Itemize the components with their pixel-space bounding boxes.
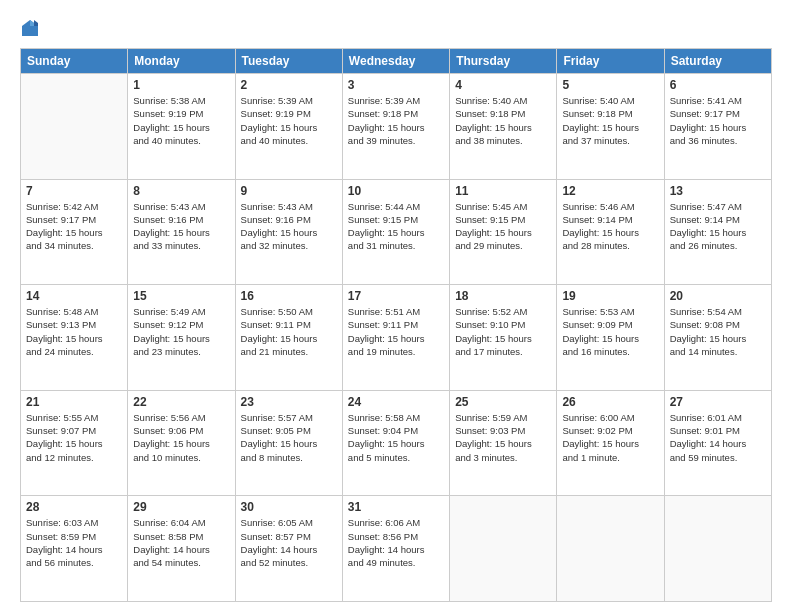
logo — [20, 18, 44, 38]
day-number: 17 — [348, 289, 444, 303]
day-info: Sunrise: 6:03 AM Sunset: 8:59 PM Dayligh… — [26, 516, 122, 569]
day-info: Sunrise: 5:48 AM Sunset: 9:13 PM Dayligh… — [26, 305, 122, 358]
day-info: Sunrise: 5:43 AM Sunset: 9:16 PM Dayligh… — [241, 200, 337, 253]
day-info: Sunrise: 6:05 AM Sunset: 8:57 PM Dayligh… — [241, 516, 337, 569]
day-number: 16 — [241, 289, 337, 303]
day-number: 26 — [562, 395, 658, 409]
calendar-cell: 6Sunrise: 5:41 AM Sunset: 9:17 PM Daylig… — [664, 74, 771, 180]
day-info: Sunrise: 5:41 AM Sunset: 9:17 PM Dayligh… — [670, 94, 766, 147]
calendar-cell: 21Sunrise: 5:55 AM Sunset: 9:07 PM Dayli… — [21, 390, 128, 496]
calendar-cell: 26Sunrise: 6:00 AM Sunset: 9:02 PM Dayli… — [557, 390, 664, 496]
calendar-cell: 16Sunrise: 5:50 AM Sunset: 9:11 PM Dayli… — [235, 285, 342, 391]
calendar-header-row: SundayMondayTuesdayWednesdayThursdayFrid… — [21, 49, 772, 74]
calendar-row-1: 7Sunrise: 5:42 AM Sunset: 9:17 PM Daylig… — [21, 179, 772, 285]
day-number: 8 — [133, 184, 229, 198]
day-info: Sunrise: 5:52 AM Sunset: 9:10 PM Dayligh… — [455, 305, 551, 358]
calendar-cell: 18Sunrise: 5:52 AM Sunset: 9:10 PM Dayli… — [450, 285, 557, 391]
calendar-header-wednesday: Wednesday — [342, 49, 449, 74]
day-info: Sunrise: 5:50 AM Sunset: 9:11 PM Dayligh… — [241, 305, 337, 358]
calendar-cell: 7Sunrise: 5:42 AM Sunset: 9:17 PM Daylig… — [21, 179, 128, 285]
day-info: Sunrise: 6:04 AM Sunset: 8:58 PM Dayligh… — [133, 516, 229, 569]
day-info: Sunrise: 5:40 AM Sunset: 9:18 PM Dayligh… — [562, 94, 658, 147]
calendar-row-2: 14Sunrise: 5:48 AM Sunset: 9:13 PM Dayli… — [21, 285, 772, 391]
page: SundayMondayTuesdayWednesdayThursdayFrid… — [0, 0, 792, 612]
calendar-cell: 5Sunrise: 5:40 AM Sunset: 9:18 PM Daylig… — [557, 74, 664, 180]
calendar-cell — [557, 496, 664, 602]
calendar-table: SundayMondayTuesdayWednesdayThursdayFrid… — [20, 48, 772, 602]
calendar-cell: 30Sunrise: 6:05 AM Sunset: 8:57 PM Dayli… — [235, 496, 342, 602]
calendar-cell: 15Sunrise: 5:49 AM Sunset: 9:12 PM Dayli… — [128, 285, 235, 391]
day-info: Sunrise: 5:43 AM Sunset: 9:16 PM Dayligh… — [133, 200, 229, 253]
calendar-cell: 24Sunrise: 5:58 AM Sunset: 9:04 PM Dayli… — [342, 390, 449, 496]
calendar-row-3: 21Sunrise: 5:55 AM Sunset: 9:07 PM Dayli… — [21, 390, 772, 496]
day-info: Sunrise: 5:53 AM Sunset: 9:09 PM Dayligh… — [562, 305, 658, 358]
day-number: 4 — [455, 78, 551, 92]
day-number: 1 — [133, 78, 229, 92]
day-number: 21 — [26, 395, 122, 409]
calendar-cell — [664, 496, 771, 602]
day-info: Sunrise: 6:06 AM Sunset: 8:56 PM Dayligh… — [348, 516, 444, 569]
day-info: Sunrise: 5:45 AM Sunset: 9:15 PM Dayligh… — [455, 200, 551, 253]
day-number: 31 — [348, 500, 444, 514]
calendar-header-saturday: Saturday — [664, 49, 771, 74]
day-number: 28 — [26, 500, 122, 514]
calendar-cell — [450, 496, 557, 602]
calendar-header-friday: Friday — [557, 49, 664, 74]
calendar-header-sunday: Sunday — [21, 49, 128, 74]
calendar-cell: 19Sunrise: 5:53 AM Sunset: 9:09 PM Dayli… — [557, 285, 664, 391]
calendar-cell: 3Sunrise: 5:39 AM Sunset: 9:18 PM Daylig… — [342, 74, 449, 180]
day-number: 7 — [26, 184, 122, 198]
calendar-cell: 27Sunrise: 6:01 AM Sunset: 9:01 PM Dayli… — [664, 390, 771, 496]
day-number: 13 — [670, 184, 766, 198]
day-info: Sunrise: 5:59 AM Sunset: 9:03 PM Dayligh… — [455, 411, 551, 464]
calendar-cell: 17Sunrise: 5:51 AM Sunset: 9:11 PM Dayli… — [342, 285, 449, 391]
calendar-header-monday: Monday — [128, 49, 235, 74]
header — [20, 18, 772, 38]
calendar-cell: 4Sunrise: 5:40 AM Sunset: 9:18 PM Daylig… — [450, 74, 557, 180]
calendar-cell: 28Sunrise: 6:03 AM Sunset: 8:59 PM Dayli… — [21, 496, 128, 602]
day-number: 12 — [562, 184, 658, 198]
calendar-cell: 2Sunrise: 5:39 AM Sunset: 9:19 PM Daylig… — [235, 74, 342, 180]
day-number: 30 — [241, 500, 337, 514]
calendar-row-0: 1Sunrise: 5:38 AM Sunset: 9:19 PM Daylig… — [21, 74, 772, 180]
day-info: Sunrise: 5:42 AM Sunset: 9:17 PM Dayligh… — [26, 200, 122, 253]
day-number: 6 — [670, 78, 766, 92]
day-number: 14 — [26, 289, 122, 303]
day-info: Sunrise: 5:54 AM Sunset: 9:08 PM Dayligh… — [670, 305, 766, 358]
day-number: 18 — [455, 289, 551, 303]
calendar-cell: 29Sunrise: 6:04 AM Sunset: 8:58 PM Dayli… — [128, 496, 235, 602]
calendar-cell — [21, 74, 128, 180]
day-number: 15 — [133, 289, 229, 303]
day-number: 24 — [348, 395, 444, 409]
day-number: 5 — [562, 78, 658, 92]
day-number: 10 — [348, 184, 444, 198]
calendar-cell: 14Sunrise: 5:48 AM Sunset: 9:13 PM Dayli… — [21, 285, 128, 391]
calendar-cell: 1Sunrise: 5:38 AM Sunset: 9:19 PM Daylig… — [128, 74, 235, 180]
day-number: 20 — [670, 289, 766, 303]
day-info: Sunrise: 6:00 AM Sunset: 9:02 PM Dayligh… — [562, 411, 658, 464]
calendar-header-tuesday: Tuesday — [235, 49, 342, 74]
calendar-header-thursday: Thursday — [450, 49, 557, 74]
day-info: Sunrise: 5:51 AM Sunset: 9:11 PM Dayligh… — [348, 305, 444, 358]
day-number: 27 — [670, 395, 766, 409]
calendar-cell: 8Sunrise: 5:43 AM Sunset: 9:16 PM Daylig… — [128, 179, 235, 285]
day-info: Sunrise: 5:47 AM Sunset: 9:14 PM Dayligh… — [670, 200, 766, 253]
day-number: 11 — [455, 184, 551, 198]
calendar-row-4: 28Sunrise: 6:03 AM Sunset: 8:59 PM Dayli… — [21, 496, 772, 602]
logo-icon — [20, 18, 40, 38]
day-info: Sunrise: 6:01 AM Sunset: 9:01 PM Dayligh… — [670, 411, 766, 464]
calendar-cell: 13Sunrise: 5:47 AM Sunset: 9:14 PM Dayli… — [664, 179, 771, 285]
day-info: Sunrise: 5:57 AM Sunset: 9:05 PM Dayligh… — [241, 411, 337, 464]
calendar-cell: 9Sunrise: 5:43 AM Sunset: 9:16 PM Daylig… — [235, 179, 342, 285]
day-number: 25 — [455, 395, 551, 409]
day-info: Sunrise: 5:39 AM Sunset: 9:19 PM Dayligh… — [241, 94, 337, 147]
day-info: Sunrise: 5:44 AM Sunset: 9:15 PM Dayligh… — [348, 200, 444, 253]
day-number: 22 — [133, 395, 229, 409]
day-info: Sunrise: 5:58 AM Sunset: 9:04 PM Dayligh… — [348, 411, 444, 464]
day-info: Sunrise: 5:38 AM Sunset: 9:19 PM Dayligh… — [133, 94, 229, 147]
day-info: Sunrise: 5:56 AM Sunset: 9:06 PM Dayligh… — [133, 411, 229, 464]
calendar-cell: 20Sunrise: 5:54 AM Sunset: 9:08 PM Dayli… — [664, 285, 771, 391]
calendar-cell: 31Sunrise: 6:06 AM Sunset: 8:56 PM Dayli… — [342, 496, 449, 602]
svg-marker-2 — [34, 20, 38, 26]
day-number: 19 — [562, 289, 658, 303]
